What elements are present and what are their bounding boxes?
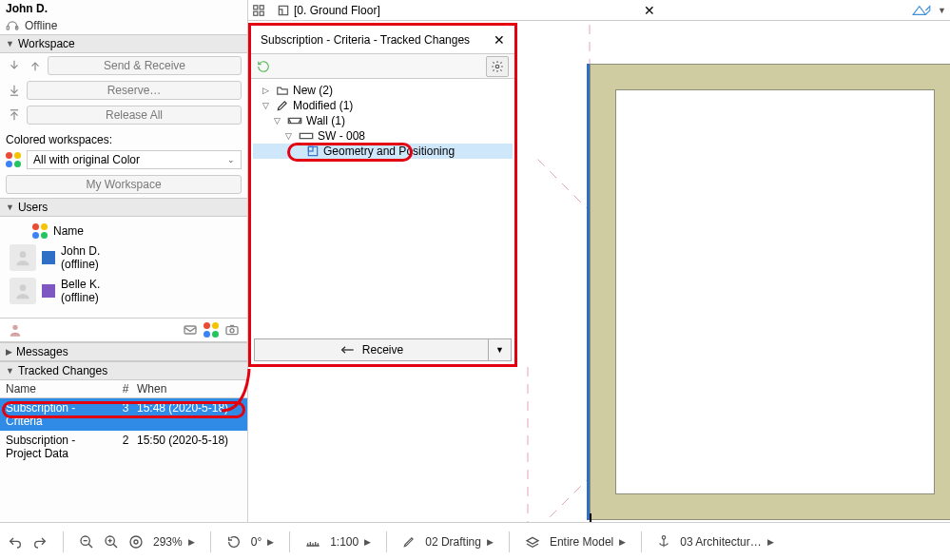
rotation-angle[interactable]: 0° ▶ (251, 535, 274, 549)
colored-workspaces-label: Colored workspaces: (0, 127, 247, 148)
messages-header[interactable]: ▶ Messages (0, 342, 247, 361)
reserve-button[interactable]: Reserve… (27, 81, 242, 100)
tc-row-name: Subscription - Criteria (6, 401, 114, 428)
tc-row-selected[interactable]: Subscription - Criteria 3 15:48 (2020-5-… (0, 398, 247, 431)
scale-icon[interactable] (305, 536, 320, 548)
cw-select-value: All with original Color (33, 153, 140, 166)
users-col-name: Name (53, 224, 84, 238)
send-receive-label: Send & Receive (104, 59, 185, 72)
svg-point-4 (12, 324, 17, 329)
tracked-changes-popup: Subscription - Criteria - Tracked Change… (248, 23, 517, 367)
camera-icon[interactable] (224, 322, 240, 338)
wall-element[interactable] (590, 64, 950, 520)
users-toolbar (0, 318, 247, 342)
chevron-right-icon: ▶ (364, 537, 371, 547)
send-receive-button[interactable]: Send & Receive (48, 56, 242, 75)
chevron-down-icon: ▼ (495, 345, 504, 355)
tc-col-num: # (114, 382, 137, 396)
wall-icon (287, 115, 302, 126)
chevron-down-icon: ▼ (6, 39, 14, 48)
status-row: Offline (0, 17, 247, 34)
tree-node-modified[interactable]: ▽ Modified (1) (253, 98, 513, 113)
view-3d-icon[interactable] (911, 3, 932, 18)
refresh-icon[interactable] (257, 60, 270, 73)
chevron-down-icon[interactable]: ▼ (938, 3, 946, 18)
tab-title: [0. Ground Floor] (294, 4, 380, 17)
tab-ground-floor[interactable]: [0. Ground Floor] (269, 1, 388, 20)
svg-point-23 (130, 536, 142, 548)
user-list-item[interactable]: John D. (offline) (6, 241, 242, 275)
pen-icon[interactable] (402, 535, 416, 549)
tracked-changes-table: Name # When Subscription - Criteria 3 15… (0, 380, 247, 463)
workspace-header[interactable]: ▼ Workspace (0, 34, 247, 53)
origin-y-icon (590, 513, 591, 522)
drafting-select[interactable]: 02 Drafting ▶ (425, 535, 494, 549)
user-item-name: Belle K. (61, 278, 100, 291)
svg-point-25 (663, 535, 667, 539)
left-panel: John D. Offline ▼ Workspace Send & Recei… (0, 0, 248, 522)
receive-options-button[interactable]: ▼ (488, 339, 511, 360)
chevron-down-icon: ▽ (285, 131, 295, 141)
chevron-right-icon: ▶ (6, 347, 12, 357)
my-ws-label: My Workspace (86, 178, 161, 191)
user-list-item[interactable]: Belle K. (offline) (6, 275, 242, 308)
send-down-icon[interactable] (6, 57, 23, 74)
scale-value-ctl[interactable]: 1:100 ▶ (330, 535, 371, 549)
anchor-icon[interactable] (657, 534, 670, 550)
svg-point-18 (495, 65, 499, 68)
release-all-button[interactable]: Release All (27, 106, 242, 125)
receive-button[interactable]: Receive (255, 339, 488, 360)
chevron-right-icon: ▶ (487, 537, 494, 547)
rotate-icon[interactable] (226, 534, 242, 550)
chevron-right-icon: ▷ (262, 86, 272, 95)
zoom-fit-icon[interactable] (128, 534, 144, 550)
colored-workspaces-select[interactable]: All with original Color ⌄ (27, 150, 242, 169)
svg-point-24 (134, 540, 138, 544)
drawing-canvas[interactable] (533, 21, 950, 522)
zoom-in-icon[interactable] (104, 534, 119, 550)
zoom-level[interactable]: 293% ▶ (153, 535, 195, 549)
tab-close-button[interactable]: ✕ (640, 3, 659, 18)
grid-icon[interactable] (252, 4, 265, 17)
zoom-out-icon[interactable] (79, 534, 94, 550)
arch-value: 03 Architectur… (680, 535, 761, 549)
settings-button[interactable] (486, 56, 509, 77)
node-label: Modified (1) (293, 99, 353, 112)
tree-node-wall[interactable]: ▽ Wall (1) (253, 113, 513, 128)
tc-columns: Name # When (0, 380, 247, 398)
wall-inner (615, 89, 935, 494)
tree-node-geometry[interactable]: Geometry and Positioning (253, 144, 513, 159)
color-wheel-icon (6, 152, 21, 167)
scale-value: 1:100 (330, 535, 359, 549)
send-up-icon[interactable] (27, 57, 44, 74)
person-icon[interactable] (8, 322, 23, 338)
arch-select[interactable]: 03 Architectur… ▶ (680, 535, 773, 549)
close-icon[interactable]: ✕ (494, 32, 505, 48)
svg-rect-10 (254, 11, 258, 15)
users-header[interactable]: ▼ Users (0, 198, 247, 217)
headset-icon (6, 19, 19, 32)
model-value: Entire Model (550, 535, 613, 549)
redo-icon[interactable] (32, 535, 48, 549)
user-status: Offline (25, 19, 57, 32)
popup-toolbar (251, 54, 514, 79)
user-item-name: John D. (61, 244, 100, 258)
reserve-down-icon[interactable] (6, 82, 23, 99)
layers-icon[interactable] (525, 535, 540, 549)
my-workspace-button[interactable]: My Workspace (6, 175, 242, 194)
tree-node-new[interactable]: ▷ New (2) (253, 83, 513, 98)
release-up-icon[interactable] (6, 106, 23, 124)
model-select[interactable]: Entire Model ▶ (550, 535, 626, 549)
tc-row[interactable]: Subscription - Project Data 2 15:50 (202… (0, 431, 247, 463)
tracked-changes-header[interactable]: ▼ Tracked Changes (0, 361, 247, 380)
chevron-right-icon: ▶ (188, 537, 195, 547)
node-label: Wall (1) (306, 114, 345, 127)
color-wheel-icon[interactable] (204, 322, 219, 338)
tree-node-sw[interactable]: ▽ SW - 008 (253, 128, 513, 144)
undo-icon[interactable] (8, 535, 23, 549)
users-column-header: Name (6, 221, 242, 241)
mail-icon[interactable] (183, 322, 198, 338)
user-item-status: (offline) (61, 291, 100, 304)
current-user-row: John D. (0, 0, 247, 17)
pencil-icon (276, 99, 289, 112)
